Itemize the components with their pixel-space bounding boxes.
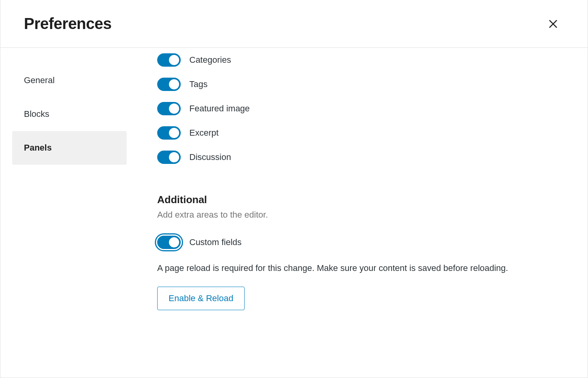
toggle-label: Discussion [189,152,231,162]
toggle-knob [169,152,179,162]
toggle-row-featured-image: Featured image [157,96,564,121]
tabs-sidebar: General Blocks Panels [0,48,126,326]
toggle-discussion[interactable] [157,151,181,164]
toggle-row-categories: Categories [157,48,564,72]
toggle-row-custom-fields: Custom fields [157,230,564,254]
toggle-knob [169,237,179,247]
toggle-label: Excerpt [189,128,219,138]
toggle-label: Tags [189,79,207,89]
toggle-row-discussion: Discussion [157,145,564,169]
toggle-categories[interactable] [157,53,181,67]
reload-notice: A page reload is required for this chang… [157,262,514,275]
close-icon [547,18,559,30]
additional-heading: Additional [157,194,564,206]
modal-header: Preferences [0,0,588,48]
toggle-label: Custom fields [189,237,241,247]
modal-title: Preferences [24,15,112,33]
toggle-knob [169,104,179,114]
toggle-tags[interactable] [157,78,181,91]
toggle-label: Categories [189,55,231,65]
toggle-excerpt[interactable] [157,126,181,140]
toggle-label: Featured image [189,104,250,114]
tab-panels[interactable]: Panels [12,131,127,165]
toggle-knob [169,79,179,89]
enable-reload-button[interactable]: Enable & Reload [157,287,245,310]
toggle-row-tags: Tags [157,72,564,96]
close-button[interactable] [546,17,560,31]
modal-content: General Blocks Panels Categories Tags Fe… [0,48,588,326]
toggle-knob [169,55,179,65]
toggle-row-excerpt: Excerpt [157,121,564,145]
toggle-knob [169,128,179,138]
tab-general[interactable]: General [12,64,127,97]
additional-description: Add extra areas to the editor. [157,210,564,220]
toggle-custom-fields[interactable] [157,236,181,249]
panels-settings: Categories Tags Featured image Excerpt D… [126,48,588,326]
toggle-featured-image[interactable] [157,102,181,115]
tab-blocks[interactable]: Blocks [12,97,127,131]
